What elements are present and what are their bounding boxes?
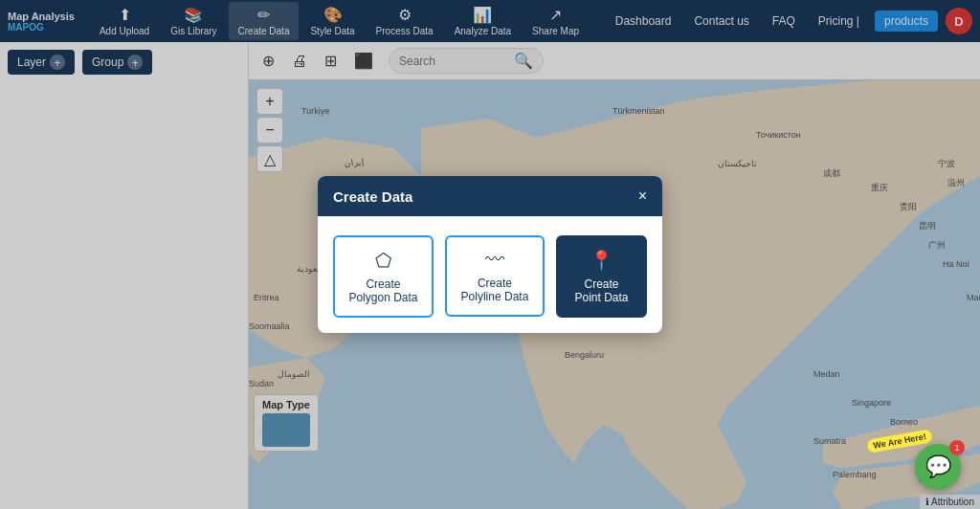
polyline-icon: 〰	[485, 249, 504, 271]
point-label: Create Point Data	[571, 277, 632, 304]
create-data-modal: Create Data × ⬠ Create Polygon Data 〰 Cr…	[318, 176, 662, 333]
create-polygon-button[interactable]: ⬠ Create Polygon Data	[333, 235, 434, 318]
create-polyline-button[interactable]: 〰 Create Polyline Data	[445, 235, 545, 317]
modal-header: Create Data ×	[318, 176, 662, 216]
modal-close-button[interactable]: ×	[638, 188, 647, 205]
modal-body: ⬠ Create Polygon Data 〰 Create Polyline …	[318, 216, 662, 333]
polygon-icon: ⬠	[375, 249, 391, 272]
modal-overlay[interactable]: Create Data × ⬠ Create Polygon Data 〰 Cr…	[0, 0, 980, 509]
point-icon: 📍	[590, 249, 613, 272]
we-are-here-widget: We Are Here! 💬 1	[915, 444, 961, 490]
polyline-label: Create Polyline Data	[460, 277, 529, 303]
modal-title: Create Data	[333, 188, 412, 205]
polygon-label: Create Polygon Data	[348, 277, 418, 304]
chat-button[interactable]: 💬 1	[915, 444, 961, 490]
create-point-button[interactable]: 📍 Create Point Data	[556, 235, 647, 318]
notification-badge: 1	[949, 440, 965, 455]
